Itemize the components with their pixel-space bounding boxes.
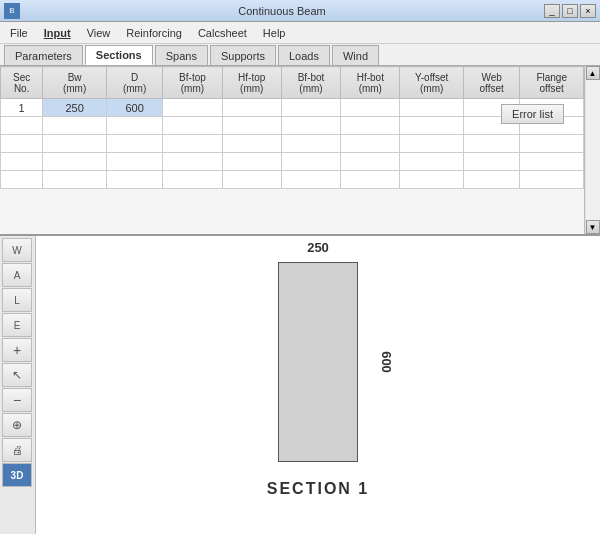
cell-yoffset-1[interactable] [400,99,464,117]
menu-calcsheet[interactable]: Calcsheet [190,25,255,41]
table-area: SecNo. Bw(mm) D(mm) Bf-top(mm) Hf-top(mm… [0,66,584,234]
table-row[interactable] [1,153,584,171]
sections-table: SecNo. Bw(mm) D(mm) Bf-top(mm) Hf-top(mm… [0,66,584,189]
maximize-button[interactable]: □ [562,4,578,18]
cell-d-1[interactable]: 600 [106,99,162,117]
window-title: Continuous Beam [20,5,544,17]
tool-w-button[interactable]: W [2,238,32,262]
bottom-panel: W A L E + ↖ − ⊕ 🖨 3D 250 600 SECTION 1 [0,236,600,534]
tool-a-button[interactable]: A [2,263,32,287]
menu-file[interactable]: File [2,25,36,41]
width-dimension: 250 [307,240,329,255]
cell-bfbot-1[interactable] [281,99,340,117]
cell-hfbot-1[interactable] [341,99,400,117]
cell-sec-2[interactable] [1,117,43,135]
window-controls: _ □ × [544,4,596,18]
minimize-button[interactable]: _ [544,4,560,18]
scroll-track[interactable] [586,80,600,220]
table-row[interactable]: 1 250 600 [1,99,584,117]
section-label: SECTION 1 [267,480,369,498]
tab-wind[interactable]: Wind [332,45,379,65]
col-header-flangeoffset: Flangeoffset [520,67,584,99]
zoom-in-button[interactable]: + [2,338,32,362]
canvas-area: 250 600 SECTION 1 [36,236,600,534]
col-header-sec: SecNo. [1,67,43,99]
error-list-button[interactable]: Error list [501,104,564,124]
tab-bar: Parameters Sections Spans Supports Loads… [0,44,600,66]
col-header-d: D(mm) [106,67,162,99]
table-row[interactable] [1,171,584,189]
table-row[interactable] [1,117,584,135]
print-button[interactable]: 🖨 [2,438,32,462]
select-button[interactable]: ↖ [2,363,32,387]
tool-e-button[interactable]: E [2,313,32,337]
tab-parameters[interactable]: Parameters [4,45,83,65]
title-bar: B Continuous Beam _ □ × [0,0,600,22]
scroll-down-button[interactable]: ▼ [586,220,600,234]
title-bar-left: B [4,3,20,19]
menu-view[interactable]: View [79,25,119,41]
menu-bar: File Input View Reinforcing Calcsheet He… [0,22,600,44]
cell-sec-1[interactable]: 1 [1,99,43,117]
col-header-bftop: Bf-top(mm) [163,67,222,99]
cell-bw-1[interactable]: 250 [43,99,107,117]
fit-button[interactable]: ⊕ [2,413,32,437]
table-scrollbar[interactable]: ▲ ▼ [584,66,600,234]
col-header-hfbot: Hf-bot(mm) [341,67,400,99]
top-panel: SecNo. Bw(mm) D(mm) Bf-top(mm) Hf-top(mm… [0,66,600,236]
menu-help[interactable]: Help [255,25,294,41]
col-header-weboffset: Weboffset [463,67,519,99]
3d-button[interactable]: 3D [2,463,32,487]
tab-sections[interactable]: Sections [85,45,153,65]
scroll-up-button[interactable]: ▲ [586,66,600,80]
col-header-yoffset: Y-offset(mm) [400,67,464,99]
zoom-out-button[interactable]: − [2,388,32,412]
menu-reinforcing[interactable]: Reinforcing [118,25,190,41]
tab-loads[interactable]: Loads [278,45,330,65]
menu-input[interactable]: Input [36,25,79,41]
cell-hftop-1[interactable] [222,99,281,117]
close-button[interactable]: × [580,4,596,18]
col-header-bfbot: Bf-bot(mm) [281,67,340,99]
app-icon: B [4,3,20,19]
tab-spans[interactable]: Spans [155,45,208,65]
cell-bftop-1[interactable] [163,99,222,117]
section-drawing: 250 600 [278,262,358,462]
beam-section-rect [278,262,358,462]
col-header-hftop: Hf-top(mm) [222,67,281,99]
col-header-bw: Bw(mm) [43,67,107,99]
tab-supports[interactable]: Supports [210,45,276,65]
left-toolbar: W A L E + ↖ − ⊕ 🖨 3D [0,236,36,534]
height-dimension: 600 [380,351,395,373]
tool-l-button[interactable]: L [2,288,32,312]
table-row[interactable] [1,135,584,153]
